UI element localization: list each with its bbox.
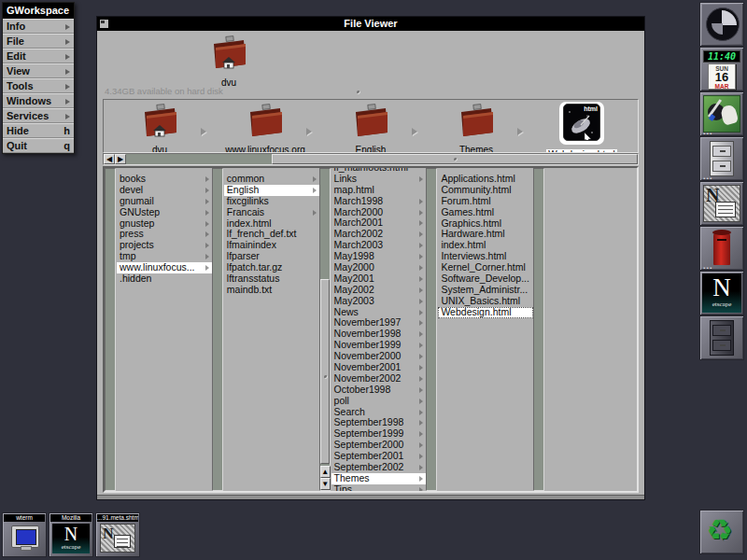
shelf-item-www-linuxfocus-org[interactable]: www.linuxfocus.org	[223, 102, 307, 153]
shelf-item-english[interactable]: English	[329, 102, 413, 153]
browser-item-lfpatch-tar-gz[interactable]: lfpatch.tar.gz	[224, 262, 319, 273]
dock-tile-recycler[interactable]: ♻	[699, 510, 744, 554]
browser-item-lf-french-def-txt[interactable]: lf_french_def.txt	[224, 229, 319, 240]
browser-item-lftransstatus[interactable]: lftransstatus	[224, 273, 319, 285]
browser-item-november1998[interactable]: November1998	[331, 329, 427, 340]
browser-item-books[interactable]: books	[117, 174, 212, 185]
browser-item-map-html[interactable]: map.html	[331, 185, 427, 196]
menu-item-quit[interactable]: Quitq	[3, 138, 74, 153]
browser-item-index-html[interactable]: index.html	[438, 240, 533, 251]
browser-item-tips[interactable]: Tips	[331, 484, 427, 491]
browser-item-september1998[interactable]: September1998	[331, 417, 427, 428]
browser-item-devel[interactable]: devel	[117, 185, 212, 196]
browser-item-interviews-html[interactable]: Interviews.html	[438, 251, 533, 262]
browser-item-november1999[interactable]: November1999	[331, 340, 427, 351]
menu-item-file[interactable]: File	[3, 34, 74, 49]
browser-item-september2000[interactable]: September2000	[331, 440, 427, 451]
dock-tile-server-cabinet[interactable]	[699, 315, 744, 360]
browser-item-november2001[interactable]: November2001	[331, 362, 427, 373]
pane-resize-handle[interactable]	[357, 91, 360, 94]
dock-tile-postbox[interactable]	[699, 226, 744, 271]
browser-item-www-linuxfocus[interactable]: www.linuxfocus...	[117, 262, 212, 273]
browser-item-november2002[interactable]: November2002	[331, 373, 427, 385]
dock-tile-clock-calendar[interactable]: 11:40SUN16MAR	[699, 47, 744, 91]
browser-item-september2002[interactable]: September2002	[331, 462, 427, 473]
menu-item-hide[interactable]: Hideh	[3, 123, 74, 138]
scrollbar-knob[interactable]	[320, 279, 330, 464]
browser-item-links[interactable]: Links	[331, 174, 427, 185]
browser-item-projects[interactable]: projects	[117, 240, 212, 251]
browser-item-software-develop[interactable]: Software_Develop...	[438, 273, 533, 285]
browser-item-may2003[interactable]: May2003	[331, 296, 427, 307]
browser-item-november1997[interactable]: November1997	[331, 317, 427, 329]
menu-item-edit[interactable]: Edit	[3, 49, 74, 63]
menu-item-info[interactable]: Info	[3, 19, 74, 34]
menu-title[interactable]: GWorkspace	[3, 3, 74, 19]
browser-item-press[interactable]: press	[117, 229, 212, 240]
browser-item-may2001[interactable]: May2001	[331, 273, 427, 285]
browser-item-march1998[interactable]: March1998	[331, 196, 427, 207]
dock-tile-netscape[interactable]: Netscape	[699, 271, 744, 315]
browser-item-themes[interactable]: Themes	[331, 473, 427, 484]
menu-item-view[interactable]: View	[3, 63, 74, 78]
browser-item-may1998[interactable]: May1998	[331, 251, 427, 262]
browser-item-unix-basics-html[interactable]: UNIX_Basics.html	[438, 296, 533, 307]
browser-item-search[interactable]: Search	[331, 407, 427, 418]
dock-tile-paint-app[interactable]	[699, 91, 744, 136]
browser-item-webdesign-html[interactable]: Webdesign.html	[438, 307, 533, 318]
shelf-horizontal-scrollbar[interactable]: ◀ ▶	[103, 153, 639, 165]
browser-item-hardware-html[interactable]: Hardware.html	[438, 229, 533, 240]
column-scrollbar[interactable]	[105, 168, 116, 491]
browser-item-forum-html[interactable]: Forum.html	[438, 196, 533, 207]
browser-item-gnumail[interactable]: gnumail	[117, 196, 212, 207]
browser-item-tmp[interactable]: tmp	[117, 251, 212, 262]
dock-tile-mail-n-doc[interactable]: N	[699, 181, 744, 226]
browser-item-lfmainindex[interactable]: lfmainindex	[224, 240, 319, 251]
browser-item-system-administr[interactable]: System_Administr...	[438, 285, 533, 296]
column-scrollbar[interactable]	[426, 168, 437, 491]
window-titlebar[interactable]: File Viewer	[97, 17, 644, 31]
browser-item-november2000[interactable]: November2000	[331, 351, 427, 362]
menu-item-services[interactable]: Services	[3, 108, 74, 123]
browser-item-gnustep[interactable]: GNUstep	[117, 207, 212, 218]
miniwindow-mozilla[interactable]: MozillaNetscape	[49, 512, 93, 557]
scroll-right-button[interactable]: ▶	[115, 154, 126, 164]
column-scrollbar[interactable]: ▲▼	[319, 168, 331, 491]
column-scrollbar[interactable]	[212, 168, 223, 491]
browser-item-francais[interactable]: Francais	[224, 207, 319, 218]
browser-item-march2003[interactable]: March2003	[331, 240, 427, 251]
shelf-item-themes[interactable]: Themes	[434, 102, 518, 153]
current-folder[interactable]: dvu	[187, 35, 271, 88]
miniwindow-wterm[interactable]: wterm	[2, 512, 47, 557]
browser-item-fixcgilinks[interactable]: fixcgilinks	[224, 196, 319, 207]
browser-item-hidden[interactable]: .hidden	[117, 273, 212, 285]
browser-item-news[interactable]: News	[331, 307, 427, 318]
browser-item-applications-html[interactable]: Applications.html	[438, 174, 533, 185]
dock-tile-file-cabinet[interactable]	[699, 136, 744, 181]
browser-item-march2002[interactable]: March2002	[331, 229, 427, 240]
browser-item-october1998[interactable]: October1998	[331, 385, 427, 396]
browser-item-maindb-txt[interactable]: maindb.txt	[224, 285, 319, 296]
browser-item-gnustep[interactable]: gnustep	[117, 218, 212, 230]
scroll-left-button[interactable]: ◀	[104, 154, 115, 164]
dock-tile-gnustep-sphere[interactable]	[699, 2, 744, 47]
browser-item-march2001[interactable]: March2001	[331, 217, 427, 229]
browser-item-graphics-html[interactable]: Graphics.html	[438, 218, 533, 230]
browser-item-english[interactable]: English	[224, 185, 319, 196]
browser-item-september2001[interactable]: September2001	[331, 451, 427, 462]
shelf-item-dvu[interactable]: dvu	[118, 102, 202, 153]
scroll-down-button[interactable]: ▼	[320, 478, 331, 490]
browser-item-september1999[interactable]: September1999	[331, 428, 427, 440]
miniwindow-91-meta-shtml[interactable]: ...91.meta.shtmlN	[95, 512, 140, 557]
scroll-up-button[interactable]: ▲	[320, 466, 331, 478]
browser-item-common[interactable]: common	[224, 174, 319, 185]
window-resize-bar[interactable]	[97, 495, 644, 499]
browser-item-may2002[interactable]: May2002	[331, 285, 427, 296]
browser-item-march2000[interactable]: March2000	[331, 207, 427, 218]
shelf-item-webdesign-html[interactable]: htmlWebdesign.html	[540, 102, 624, 153]
column-scrollbar[interactable]	[533, 168, 544, 491]
browser-item-community-html[interactable]: Community.html	[438, 185, 533, 196]
menu-item-tools[interactable]: Tools	[3, 78, 74, 93]
browser-item-index-html[interactable]: index.html	[224, 218, 319, 230]
browser-item-games-html[interactable]: Games.html	[438, 207, 533, 218]
